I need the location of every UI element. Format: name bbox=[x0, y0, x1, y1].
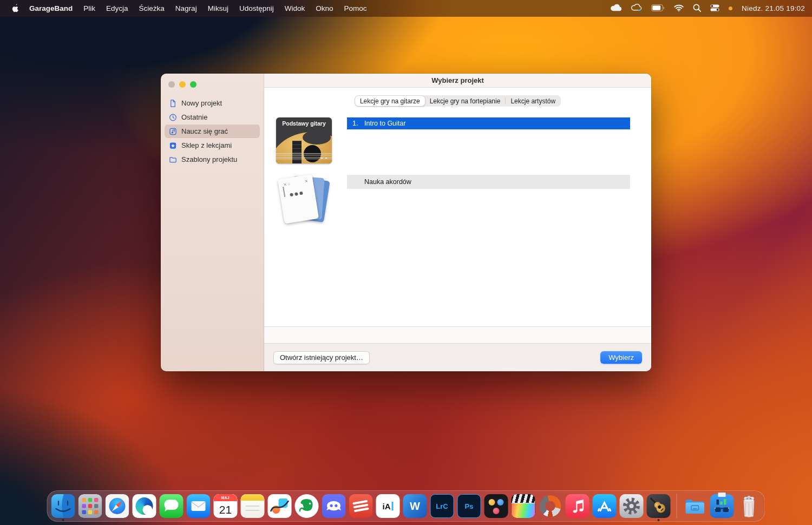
window-title: Wybierz projekt bbox=[431, 76, 484, 84]
dock-item-ia-writer[interactable]: iA bbox=[376, 494, 400, 518]
wifi-icon[interactable] bbox=[674, 4, 684, 13]
dock-item-calendar[interactable]: MAJ 21 bbox=[214, 494, 238, 518]
calendar-icon: MAJ 21 bbox=[214, 494, 238, 518]
dock-item-system-settings[interactable] bbox=[620, 494, 644, 518]
dock-item-lightroom-classic[interactable]: LrC bbox=[430, 494, 454, 518]
sidebar-item-naucz-sie-grac[interactable]: Naucz się grać bbox=[165, 124, 260, 138]
dock-item-app-store[interactable] bbox=[593, 494, 617, 518]
window-main: Wybierz projekt Lekcje gry na gitarze Le… bbox=[264, 74, 651, 371]
sidebar-item-nowy-projekt[interactable]: Nowy projekt bbox=[165, 96, 260, 110]
new-document-icon bbox=[169, 99, 177, 108]
dock-item-discord[interactable] bbox=[322, 494, 346, 518]
launchpad-icon bbox=[78, 494, 102, 518]
lessons-content: Lekcje gry na gitarze Lekcje gry na fort… bbox=[264, 88, 651, 326]
dock-item-launchpad[interactable] bbox=[78, 494, 102, 518]
menu-bar-clock[interactable]: Niedz. 21.05 19:02 bbox=[742, 4, 805, 12]
dock-item-music[interactable] bbox=[566, 494, 590, 518]
menu-plik[interactable]: Plik bbox=[78, 4, 101, 12]
dock-item-freeform[interactable] bbox=[268, 494, 292, 518]
dock-item-geekbench[interactable] bbox=[710, 494, 734, 518]
tab-lekcje-gitara[interactable]: Lekcje gry na gitarze bbox=[355, 96, 425, 106]
lesson-row-intro-to-guitar[interactable]: 1. Intro to Guitar bbox=[347, 117, 630, 129]
dock-item-capture-one[interactable] bbox=[539, 494, 562, 518]
dock-item-documents-folder[interactable] bbox=[683, 494, 707, 518]
dock-divider bbox=[677, 494, 677, 519]
thumbnail-label: Podstawy gitary bbox=[276, 120, 332, 127]
ia-writer-icon: iA bbox=[376, 494, 400, 518]
menu-pomoc[interactable]: Pomoc bbox=[339, 4, 372, 12]
menu-bar: GarageBand Plik Edycja Ścieżka Nagraj Mi… bbox=[0, 0, 812, 17]
apple-menu-icon[interactable] bbox=[9, 4, 24, 13]
zoom-button[interactable] bbox=[190, 81, 197, 88]
blue-folder-icon bbox=[683, 494, 707, 518]
calendar-month: MAJ bbox=[214, 494, 238, 501]
dock-item-safari[interactable] bbox=[106, 494, 129, 518]
footer-spacer bbox=[264, 326, 651, 343]
window-footer: Otwórz istniejący projekt… Wybierz bbox=[264, 343, 651, 371]
chord-card-art: ✕ ○ ✕ bbox=[278, 174, 319, 224]
tab-lekcje-artystow[interactable]: Lekcje artystów bbox=[506, 96, 560, 106]
evernote-icon bbox=[295, 494, 319, 518]
lesson-category-tabs: Lekcje gry na gitarze Lekcje gry na fort… bbox=[355, 95, 561, 107]
running-indicator bbox=[658, 519, 660, 521]
menu-miksuj[interactable]: Miksuj bbox=[202, 4, 234, 12]
minimize-button[interactable] bbox=[179, 81, 186, 88]
lesson-row-nauka-akordow[interactable]: Nauka akordów bbox=[347, 175, 630, 189]
final-cut-pro-icon bbox=[512, 494, 535, 518]
open-existing-project-button[interactable]: Otwórz istniejący projekt… bbox=[273, 351, 370, 364]
dock-item-word[interactable]: W bbox=[403, 494, 427, 518]
dock-item-photoshop[interactable]: Ps bbox=[457, 494, 481, 518]
mail-icon bbox=[187, 494, 211, 518]
dock-item-messages[interactable] bbox=[160, 494, 184, 518]
todoist-icon bbox=[349, 494, 373, 518]
menu-nagraj[interactable]: Nagraj bbox=[170, 4, 202, 12]
window-sidebar: Nowy projekt Ostatnie Naucz się grać Skl… bbox=[161, 74, 264, 371]
spotlight-search-icon[interactable] bbox=[693, 4, 701, 14]
lesson-store-icon bbox=[169, 141, 177, 150]
menu-widok[interactable]: Widok bbox=[279, 4, 311, 12]
menu-udostepnij[interactable]: Udostępnij bbox=[234, 4, 279, 12]
menu-edycja[interactable]: Edycja bbox=[101, 4, 134, 12]
tab-lekcje-fortepian[interactable]: Lekcje gry na fortepianie bbox=[425, 96, 506, 106]
sidebar-item-szablony-projektu[interactable]: Szablony projektu bbox=[165, 153, 260, 166]
sidebar-item-sklep-z-lekcjami[interactable]: Sklep z lekcjami bbox=[165, 139, 260, 152]
finder-icon bbox=[51, 494, 75, 518]
clock-icon bbox=[169, 113, 177, 122]
lightroom-classic-icon: LrC bbox=[430, 494, 454, 518]
menu-bar-status: Niedz. 21.05 19:02 bbox=[610, 4, 805, 14]
creative-cloud-sync-icon[interactable] bbox=[631, 4, 642, 14]
app-store-icon bbox=[593, 494, 617, 518]
running-indicator bbox=[62, 519, 64, 521]
dock-item-trash[interactable] bbox=[737, 494, 761, 518]
choose-button[interactable]: Wybierz bbox=[600, 351, 642, 364]
dock-item-todoist[interactable] bbox=[349, 494, 373, 518]
dock-item-garageband[interactable] bbox=[647, 494, 671, 518]
lesson-group-guitar-basics: Podstawy gitary 1. Intro to Guitar bbox=[264, 117, 651, 163]
dock-item-finder[interactable] bbox=[51, 494, 75, 518]
guitar-basics-thumbnail[interactable]: Podstawy gitary bbox=[276, 117, 332, 163]
dock-item-notes[interactable] bbox=[241, 494, 265, 518]
app-menu-garageband[interactable]: GarageBand bbox=[24, 4, 78, 12]
menu-sciezka[interactable]: Ścieżka bbox=[134, 4, 170, 12]
dock-item-evernote[interactable] bbox=[295, 494, 319, 518]
dock-item-edge[interactable] bbox=[133, 494, 156, 518]
dock-item-final-cut-pro[interactable] bbox=[512, 494, 535, 518]
sidebar-nav: Nowy projekt Ostatnie Naucz się grać Skl… bbox=[161, 96, 264, 166]
learn-to-play-icon bbox=[169, 127, 177, 136]
close-button[interactable] bbox=[168, 81, 175, 88]
capture-one-ring-icon bbox=[540, 495, 561, 517]
garageband-guitar-icon bbox=[647, 494, 671, 518]
window-titlebar[interactable]: Wybierz projekt bbox=[264, 74, 651, 88]
battery-icon[interactable] bbox=[651, 4, 665, 13]
safari-icon bbox=[106, 494, 129, 518]
photoshop-icon: Ps bbox=[457, 494, 481, 518]
menu-okno[interactable]: Okno bbox=[310, 4, 338, 12]
onedrive-cloud-icon[interactable] bbox=[610, 4, 621, 13]
dock-item-mail[interactable] bbox=[187, 494, 211, 518]
microsoft-edge-icon bbox=[133, 494, 156, 518]
lesson-group-chord-trainer: ✕ ○ ✕ Nauka akordów bbox=[264, 175, 651, 225]
sidebar-item-ostatnie[interactable]: Ostatnie bbox=[165, 110, 260, 124]
dock-item-davinci-resolve[interactable] bbox=[484, 494, 508, 518]
chord-trainer-thumbnail[interactable]: ✕ ○ ✕ bbox=[280, 175, 329, 225]
control-center-icon[interactable] bbox=[710, 4, 719, 13]
